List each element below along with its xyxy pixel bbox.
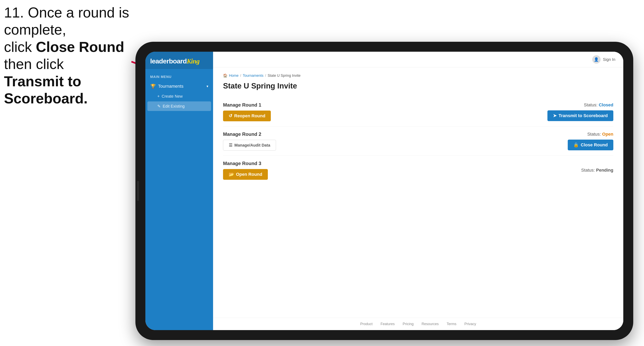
app-footer: Product Features Pricing Resources Terms…	[213, 318, 623, 330]
sidebar-tournaments-label: Tournaments	[158, 84, 184, 89]
round-1-right: Status: Closed ➤ Transmit to Scoreboard	[548, 102, 613, 121]
plus-icon: +	[157, 94, 160, 99]
breadcrumb-current: State U Spring Invite	[268, 74, 300, 78]
tablet-screen: leaderboardKing MAIN MENU 🏆 Tournaments …	[145, 52, 623, 330]
breadcrumb-sep1: /	[240, 74, 241, 78]
sidebar-navigation: MAIN MENU 🏆 Tournaments ▾ + Create New ✎…	[145, 69, 213, 115]
lock-icon: 🔒	[573, 142, 579, 148]
create-new-label: Create New	[162, 94, 183, 99]
round-2-section: Manage Round 2 ☰ Manage/Audit Data Statu…	[223, 127, 613, 156]
round-2-left: Manage Round 2 ☰ Manage/Audit Data	[223, 132, 276, 151]
footer-privacy[interactable]: Privacy	[464, 322, 476, 326]
sidebar-item-create-new[interactable]: + Create New	[145, 92, 213, 101]
logo-leaderboard: leaderboard	[150, 57, 187, 65]
instruction-text: 11. Once a round is complete, click Clos…	[4, 4, 144, 107]
footer-product[interactable]: Product	[360, 322, 372, 326]
close-round-label: Close Round	[581, 142, 608, 148]
breadcrumb-tournaments[interactable]: Tournaments	[243, 74, 264, 78]
breadcrumb-home-icon: 🏠	[223, 73, 228, 78]
instruction-line1: 11. Once a round is complete,	[4, 4, 129, 38]
logo-area: leaderboardKing	[145, 52, 213, 69]
round-2-title: Manage Round 2	[223, 132, 276, 137]
sign-in-area[interactable]: 👤 Sign In	[592, 55, 615, 64]
footer-pricing[interactable]: Pricing	[403, 322, 414, 326]
round-3-status-value: Pending	[596, 168, 613, 173]
instruction-bold2: Transmit to Scoreboard.	[4, 73, 88, 106]
logo-king: King	[187, 57, 200, 65]
footer-terms[interactable]: Terms	[447, 322, 456, 326]
app-logo: leaderboardKing	[150, 57, 208, 65]
close-round-button[interactable]: 🔒 Close Round	[568, 140, 613, 150]
top-bar: 👤 Sign In	[213, 52, 623, 67]
footer-resources[interactable]: Resources	[422, 322, 439, 326]
tablet-side-button	[137, 181, 139, 201]
sidebar-item-edit-existing[interactable]: ✎ Edit Existing	[147, 101, 211, 111]
transmit-scoreboard-label: Transmit to Scoreboard	[558, 113, 608, 118]
breadcrumb-home[interactable]: Home	[229, 74, 238, 78]
sidebar: leaderboardKing MAIN MENU 🏆 Tournaments …	[145, 52, 213, 330]
transmit-scoreboard-button[interactable]: ➤ Transmit to Scoreboard	[548, 110, 613, 121]
app-layout: leaderboardKing MAIN MENU 🏆 Tournaments …	[145, 52, 623, 330]
chevron-icon: ▾	[206, 84, 208, 88]
open-round-label: Open Round	[236, 172, 262, 177]
round-3-status-text: Status:	[581, 168, 595, 173]
folder-icon: 📂	[228, 172, 234, 177]
page-title: State U Spring Invite	[223, 82, 613, 90]
footer-features[interactable]: Features	[380, 322, 395, 326]
instruction-line3: then click	[4, 56, 64, 72]
round-2-status-text: Status:	[587, 132, 601, 137]
transmit-icon: ➤	[553, 113, 556, 118]
user-avatar: 👤	[592, 55, 600, 64]
round-1-status-value: Closed	[599, 102, 613, 107]
round-1-section: Manage Round 1 ↺ Reopen Round Status: Cl…	[223, 97, 613, 127]
main-content: 👤 Sign In 🏠 Home / Tournaments / State U…	[213, 52, 623, 330]
round-3-section: Manage Round 3 📂 Open Round Status: Pend…	[223, 156, 613, 185]
round-1-status-text: Status:	[584, 102, 598, 107]
reopen-icon: ↺	[228, 113, 232, 119]
edit-icon: ✎	[157, 104, 161, 109]
manage-audit-label: Manage/Audit Data	[234, 143, 270, 148]
content-area: 🏠 Home / Tournaments / State U Spring In…	[213, 67, 623, 318]
round-3-title: Manage Round 3	[223, 161, 268, 166]
reopen-round-label: Reopen Round	[234, 113, 265, 119]
audit-icon: ☰	[229, 143, 232, 148]
reopen-round-button[interactable]: ↺ Reopen Round	[223, 111, 271, 121]
breadcrumb: 🏠 Home / Tournaments / State U Spring In…	[223, 73, 613, 78]
round-3-status: Status: Pending	[581, 168, 613, 173]
sign-in-label: Sign In	[603, 57, 615, 62]
sidebar-item-tournaments[interactable]: 🏆 Tournaments ▾	[145, 81, 213, 92]
trophy-icon: 🏆	[150, 84, 156, 89]
tablet-device: leaderboardKing MAIN MENU 🏆 Tournaments …	[136, 42, 633, 340]
round-2-right: Status: Open 🔒 Close Round	[568, 132, 613, 150]
round-1-title: Manage Round 1	[223, 102, 271, 108]
round-1-left: Manage Round 1 ↺ Reopen Round	[223, 102, 271, 121]
round-3-right: Status: Pending	[581, 168, 613, 173]
instruction-line2: click	[4, 39, 36, 55]
round-2-status: Status: Open	[587, 132, 613, 137]
breadcrumb-sep2: /	[265, 74, 266, 78]
round-2-status-value: Open	[602, 132, 613, 137]
round-3-left: Manage Round 3 📂 Open Round	[223, 161, 268, 180]
round-1-status: Status: Closed	[584, 102, 613, 108]
sidebar-section-label: MAIN MENU	[145, 73, 213, 81]
manage-audit-button[interactable]: ☰ Manage/Audit Data	[223, 140, 276, 151]
open-round-button[interactable]: 📂 Open Round	[223, 169, 268, 180]
instruction-bold1: Close Round	[36, 39, 124, 55]
edit-existing-label: Edit Existing	[163, 104, 184, 109]
